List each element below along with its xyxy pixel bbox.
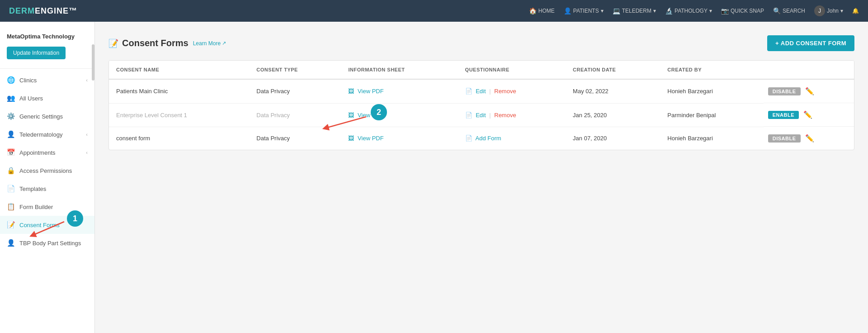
- info-sheet-cell: 🖼 View PDF: [341, 103, 458, 127]
- settings-icon: ⚙️: [7, 112, 15, 120]
- nav-patients[interactable]: 👤 PATIENTS ▾: [564, 7, 604, 14]
- sidebar-item-all-users[interactable]: 👥 All Users: [0, 89, 94, 107]
- users-icon: 👥: [7, 94, 15, 102]
- edit-link[interactable]: Edit: [476, 88, 486, 95]
- creation-date-cell: Jan 25, 2020: [566, 103, 660, 127]
- table-row: consent form Data Privacy 🖼 View PDF 📄 A…: [109, 127, 854, 150]
- sidebar: MetaOptima Technology Update Information…: [0, 22, 95, 333]
- nav-telederm[interactable]: 💻 TELEDERM ▾: [613, 7, 656, 14]
- nav-notifications[interactable]: 🔔: [852, 8, 859, 14]
- view-pdf-link[interactable]: View PDF: [358, 135, 384, 142]
- created-by-cell: Honieh Barzegari: [660, 127, 763, 150]
- chevron-down-icon: ▾: [840, 8, 843, 14]
- consent-name-cell: consent form: [109, 127, 249, 150]
- questionnaire-cell: 📄 Edit | Remove: [458, 103, 566, 127]
- document-icon: 🖼: [348, 112, 354, 119]
- main-content: 📝 Consent Forms Learn More ↗ + ADD CONSE…: [95, 22, 868, 333]
- consent-forms-icon: 📝: [7, 221, 15, 229]
- chevron-down-icon: ▾: [709, 8, 712, 14]
- templates-icon: 📄: [7, 185, 15, 193]
- sidebar-item-clinics[interactable]: 🌐 Clinics ‹: [0, 71, 94, 89]
- created-by-cell: Honieh Barzegari: [660, 79, 763, 103]
- page-title-icon: 📝: [108, 38, 118, 48]
- col-creation-date: CREATION DATE: [566, 61, 660, 79]
- info-sheet-cell: 🖼 View PDF: [341, 79, 458, 103]
- body-part-icon: 👤: [7, 239, 15, 247]
- table-row: Patients Main Clinic Data Privacy 🖼 View…: [109, 79, 854, 103]
- table-header-row: CONSENT NAME CONSENT TYPE INFORMATION SH…: [109, 61, 854, 79]
- view-pdf-link[interactable]: View PDF: [358, 112, 384, 119]
- view-pdf-link[interactable]: View PDF: [358, 88, 384, 95]
- chevron-right-icon: ‹: [86, 150, 88, 155]
- sidebar-item-consent-forms[interactable]: 📝 Consent Forms: [0, 216, 94, 234]
- external-link-icon: ↗: [222, 40, 226, 46]
- consent-forms-table-container: CONSENT NAME CONSENT TYPE INFORMATION SH…: [108, 60, 854, 150]
- chevron-down-icon: ▾: [601, 8, 604, 14]
- org-name: MetaOptima Technology: [0, 29, 94, 47]
- col-questionnaire: QUESTIONNAIRE: [458, 61, 566, 79]
- add-form-link[interactable]: Add Form: [475, 135, 501, 142]
- creation-date-cell: Jan 07, 2020: [566, 127, 660, 150]
- status-badge[interactable]: DISABLE: [768, 87, 801, 95]
- app-logo: DERMENGINE™: [9, 6, 77, 16]
- update-information-button[interactable]: Update Information: [7, 47, 66, 59]
- remove-link[interactable]: Remove: [494, 88, 516, 95]
- chevron-right-icon: ‹: [86, 132, 88, 137]
- page-title-area: 📝 Consent Forms Learn More ↗: [108, 38, 226, 48]
- bell-icon: 🔔: [852, 8, 859, 14]
- sidebar-item-teledermatology[interactable]: 👤 Teledermatology ‹: [0, 125, 94, 143]
- lock-icon: 🔒: [7, 166, 15, 175]
- sidebar-item-tbp-body-part-settings[interactable]: 👤 TBP Body Part Settings: [0, 234, 94, 252]
- sidebar-scroll: 🌐 Clinics ‹ 👥 All Users ⚙️ Generic Setti…: [0, 71, 94, 252]
- sidebar-item-templates[interactable]: 📄 Templates: [0, 180, 94, 198]
- status-badge[interactable]: ENABLE: [768, 111, 799, 119]
- document-icon: 🖼: [348, 135, 354, 142]
- questionnaire-cell: 📄 Add Form: [458, 127, 566, 150]
- nav-pathology[interactable]: 🔬 PATHOLOGY ▾: [665, 7, 712, 14]
- chevron-down-icon: ▾: [653, 8, 656, 14]
- patients-icon: 👤: [564, 7, 571, 14]
- info-sheet-cell: 🖼 View PDF: [341, 127, 458, 150]
- top-nav-items: 🏠 HOME 👤 PATIENTS ▾ 💻 TELEDERM ▾ 🔬 PATHO…: [529, 5, 859, 16]
- remove-link[interactable]: Remove: [494, 112, 516, 119]
- actions-cell: ENABLE ✏️: [764, 103, 854, 127]
- creation-date-cell: May 02, 2022: [566, 79, 660, 103]
- sidebar-item-appointments[interactable]: 📅 Appointments ‹: [0, 143, 94, 162]
- clinics-icon: 🌐: [7, 76, 15, 84]
- questionnaire-cell: 📄 Edit | Remove: [458, 79, 566, 103]
- doc-icon: 📄: [465, 88, 472, 95]
- col-information-sheet: INFORMATION SHEET: [341, 61, 458, 79]
- add-consent-form-button[interactable]: + ADD CONSENT FORM: [767, 35, 854, 51]
- edit-icon[interactable]: ✏️: [805, 87, 814, 95]
- created-by-cell: Parminder Benipal: [660, 103, 763, 127]
- scrollbar[interactable]: [92, 44, 94, 81]
- nav-search[interactable]: 🔍 SEARCH: [773, 7, 805, 14]
- page-header: 📝 Consent Forms Learn More ↗ + ADD CONSE…: [108, 35, 854, 51]
- pathology-icon: 🔬: [665, 7, 673, 14]
- col-actions: [764, 61, 854, 79]
- status-badge[interactable]: DISABLE: [768, 134, 801, 143]
- nav-home[interactable]: 🏠 HOME: [529, 7, 555, 14]
- nav-quick-snap[interactable]: 📷 QUICK SNAP: [721, 7, 764, 14]
- consent-type-cell: Data Privacy: [249, 103, 341, 127]
- edit-link[interactable]: Edit: [476, 112, 486, 119]
- actions-cell: DISABLE ✏️: [764, 127, 854, 150]
- learn-more-link[interactable]: Learn More ↗: [193, 40, 226, 47]
- top-navigation: DERMENGINE™ 🏠 HOME 👤 PATIENTS ▾ 💻 TELEDE…: [0, 0, 868, 22]
- document-icon: 🖼: [348, 88, 354, 95]
- camera-icon: 📷: [721, 7, 729, 14]
- sidebar-item-form-builder[interactable]: 📋 Form Builder: [0, 198, 94, 216]
- actions-cell: DISABLE ✏️: [764, 80, 854, 103]
- edit-icon[interactable]: ✏️: [803, 110, 812, 119]
- consent-forms-table: CONSENT NAME CONSENT TYPE INFORMATION SH…: [109, 61, 854, 150]
- nav-user[interactable]: J John ▾: [814, 5, 843, 16]
- home-icon: 🏠: [529, 7, 537, 14]
- col-created-by: CREATED BY: [660, 61, 763, 79]
- page-title: 📝 Consent Forms: [108, 38, 189, 48]
- sidebar-item-generic-settings[interactable]: ⚙️ Generic Settings: [0, 107, 94, 125]
- doc-icon: 📄: [465, 135, 472, 142]
- col-consent-name: CONSENT NAME: [109, 61, 249, 79]
- edit-icon[interactable]: ✏️: [805, 134, 814, 143]
- appointments-icon: 📅: [7, 148, 15, 157]
- sidebar-item-access-permissions[interactable]: 🔒 Access Permissions: [0, 162, 94, 180]
